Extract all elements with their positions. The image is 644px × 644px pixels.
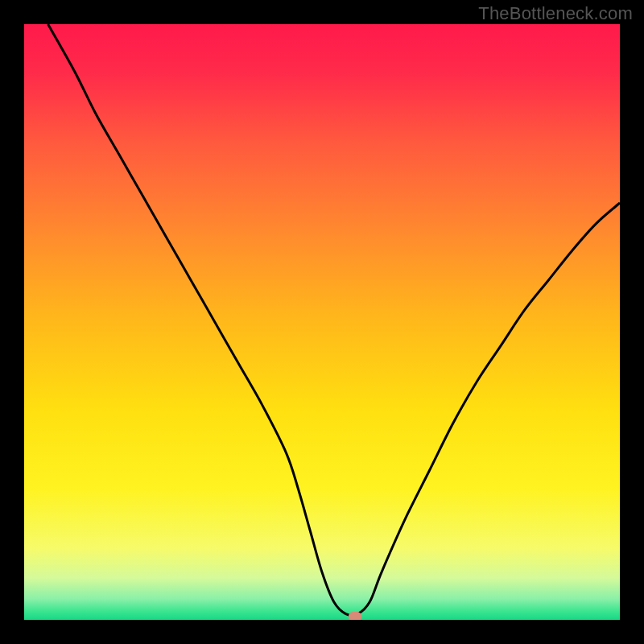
curve-path bbox=[48, 24, 620, 615]
plot-area bbox=[24, 24, 620, 620]
bottleneck-curve bbox=[24, 24, 620, 620]
chart-frame: TheBottleneck.com bbox=[0, 0, 644, 644]
watermark-text: TheBottleneck.com bbox=[478, 3, 633, 24]
optimal-point-marker bbox=[349, 612, 361, 620]
